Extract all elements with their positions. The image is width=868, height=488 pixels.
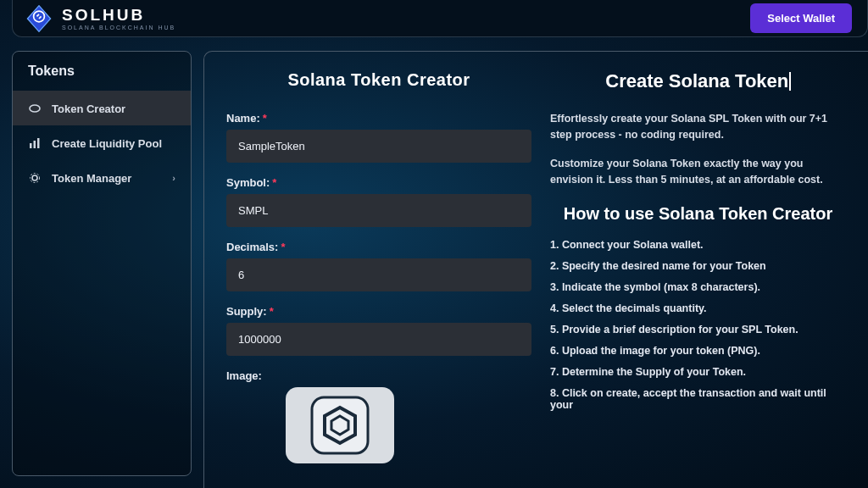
sidebar-heading: Tokens	[13, 52, 191, 91]
svg-point-7	[31, 174, 40, 183]
supply-label: Supply:*	[226, 305, 531, 318]
symbol-input[interactable]	[226, 194, 531, 227]
sidebar-item-create-liquidity-pool[interactable]: Create Liquidity Pool	[13, 125, 191, 160]
howto-title: How to use Solana Token Creator	[550, 204, 846, 224]
howto-step: 7. Determine the Supply of your Token.	[550, 366, 846, 378]
howto-step: 4. Select the decimals quantity.	[550, 302, 846, 314]
howto-step: 6. Upload the image for your token (PNG)…	[550, 345, 846, 357]
decimals-label: Decimals:*	[226, 241, 531, 253]
supply-input[interactable]	[226, 323, 531, 356]
svg-point-6	[32, 175, 37, 180]
sidebar-item-label: Create Liquidity Pool	[52, 137, 162, 150]
sidebar-item-token-manager[interactable]: Token Manager ›	[13, 160, 191, 195]
image-label: Image:	[226, 369, 531, 382]
gear-icon	[28, 171, 42, 185]
howto-step: 2. Specify the desired name for your Tok…	[550, 260, 846, 272]
info-paragraph: Effortlessly create your Solana SPL Toke…	[550, 111, 846, 144]
svg-rect-4	[34, 141, 36, 148]
main-panel: Solana Token Creator Name:* Symbol:* Dec…	[203, 51, 868, 488]
symbol-label: Symbol:*	[226, 176, 531, 189]
coin-icon	[28, 102, 42, 115]
howto-step: 3. Indicate the symbol (max 8 characters…	[550, 281, 846, 293]
howto-step: 5. Provide a brief description for your …	[550, 324, 846, 336]
token-image-icon	[302, 387, 378, 463]
svg-rect-5	[37, 138, 40, 148]
svg-point-2	[30, 105, 40, 112]
sidebar-item-label: Token Manager	[52, 172, 131, 185]
howto-step: 8. Click on create, accept the transacti…	[550, 387, 846, 411]
name-input[interactable]	[226, 130, 531, 163]
info-panel: Create Solana Token Effortlessly create …	[550, 70, 846, 488]
howto-step: 1. Connect your Solana wallet.	[550, 239, 846, 251]
info-paragraph: Customize your Solana Token exactly the …	[550, 156, 846, 189]
image-upload[interactable]	[286, 387, 394, 463]
sidebar-item-token-creator[interactable]: Token Creator	[13, 91, 191, 125]
brand-subtitle: SOLANA BLOCKCHAIN HUB	[62, 25, 175, 30]
decimals-input[interactable]	[226, 258, 531, 291]
svg-rect-3	[30, 143, 32, 148]
info-title: Create Solana Token	[550, 70, 846, 92]
chevron-right-icon: ›	[172, 173, 175, 183]
sidebar-item-label: Token Creator	[52, 103, 125, 115]
name-label: Name:*	[226, 112, 531, 125]
chart-icon	[28, 136, 42, 150]
brand-name: SOLHUB	[62, 7, 175, 23]
top-bar: SOLHUB SOLANA BLOCKCHAIN HUB Select Wall…	[12, 0, 868, 37]
brand-logo-icon	[25, 4, 53, 33]
token-form: Solana Token Creator Name:* Symbol:* Dec…	[226, 70, 531, 488]
sidebar: Tokens Token Creator Create Liquidity Po…	[12, 51, 192, 476]
select-wallet-button[interactable]: Select Wallet	[750, 3, 852, 33]
text-cursor-icon	[789, 72, 791, 91]
brand: SOLHUB SOLANA BLOCKCHAIN HUB	[25, 4, 175, 33]
form-title: Solana Token Creator	[226, 70, 531, 90]
